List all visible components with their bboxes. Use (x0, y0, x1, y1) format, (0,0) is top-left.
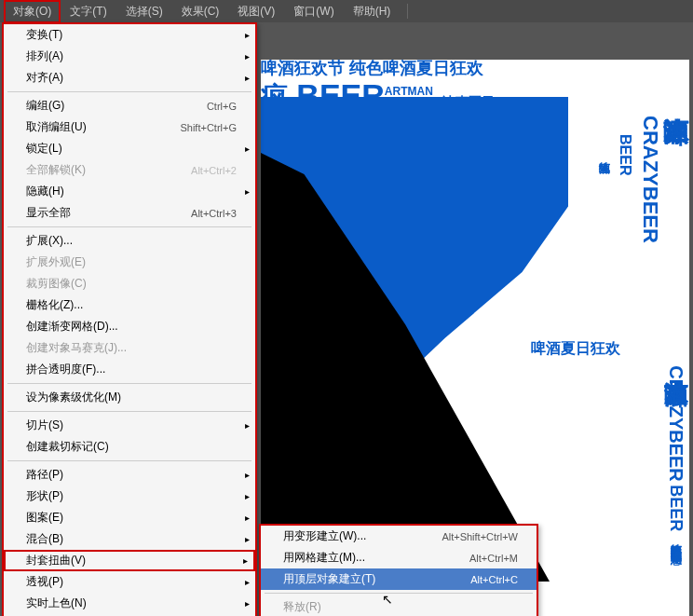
menu-blend[interactable]: 混合(B) (4, 528, 255, 550)
menu-path[interactable]: 路径(P) (4, 464, 255, 486)
separator (7, 383, 251, 384)
menu-lock[interactable]: 锁定(L) (4, 138, 255, 159)
menu-effect[interactable]: 效果(C) (172, 0, 229, 23)
menu-envelope-distort[interactable]: 封套扭曲(V) (4, 550, 255, 571)
submenu-release: 释放(R) (261, 596, 537, 616)
menu-slice[interactable]: 切片(S) (4, 415, 255, 436)
separator (407, 4, 408, 19)
vertical-text-3: BEER (617, 134, 633, 367)
menu-help[interactable]: 帮助(H) (344, 0, 401, 23)
separator (265, 593, 533, 594)
menu-transform[interactable]: 变换(T) (4, 24, 255, 46)
menu-trim-marks[interactable]: 创建裁切标记(C) (4, 436, 255, 458)
menu-view[interactable]: 视图(V) (228, 0, 284, 23)
menu-arrange[interactable]: 排列(A) (4, 46, 255, 67)
envelope-submenu: 用变形建立(W)...Alt+Shift+Ctrl+W 用网格建立(M)...A… (259, 524, 538, 616)
menu-flatten[interactable]: 拼合透明度(F)... (4, 359, 255, 380)
menu-window[interactable]: 窗口(W) (284, 0, 343, 23)
menu-ungroup[interactable]: 取消编组(U)Shift+Ctrl+G (4, 116, 255, 138)
menu-live-paint[interactable]: 实时上色(N) (4, 593, 255, 614)
vertical-text-1: 冰爽啤酒 (660, 97, 689, 376)
menu-crop-image: 裁剪图像(C) (4, 273, 255, 294)
separator (7, 91, 251, 92)
object-menu-dropdown: 变换(T) 排列(A) 对齐(A) 编组(G)Ctrl+G 取消编组(U)Shi… (2, 22, 257, 616)
menu-object[interactable]: 对象(O) (4, 0, 61, 23)
menubar: 对象(O) 文字(T) 选择(S) 效果(C) 视图(V) 窗口(W) 帮助(H… (0, 0, 693, 22)
menu-gradient-mesh[interactable]: 创建渐变网格(D)... (4, 316, 255, 337)
menu-hide[interactable]: 隐藏(H) (4, 181, 255, 202)
menu-expand[interactable]: 扩展(X)... (4, 230, 255, 252)
menu-shape[interactable]: 形状(P) (4, 486, 255, 507)
artwork-copy: 啤酒夏日狂欢 冰爽啤酒节 CRAZYBEER BEER 纯生啤酒 冰爽夏日 疯狂… (531, 339, 689, 616)
menu-pattern[interactable]: 图案(E) (4, 507, 255, 528)
separator (7, 411, 251, 412)
menu-mosaic: 创建对象马赛克(J)... (4, 337, 255, 359)
submenu-make-top-object[interactable]: 用顶层对象建立(T)Alt+Ctrl+C (261, 568, 537, 590)
separator (7, 226, 251, 227)
menu-pixel-perfect[interactable]: 设为像素级优化(M) (4, 387, 255, 408)
submenu-make-warp[interactable]: 用变形建立(W)...Alt+Shift+Ctrl+W (261, 526, 537, 547)
menu-text[interactable]: 文字(T) (61, 0, 116, 23)
separator (7, 460, 251, 461)
vertical-text-4: 纯生啤酒 (598, 153, 610, 358)
menu-select[interactable]: 选择(S) (116, 0, 172, 23)
menu-perspective[interactable]: 透视(P) (4, 571, 255, 593)
menu-group[interactable]: 编组(G)Ctrl+G (4, 95, 255, 116)
menu-unlock-all: 全部解锁(K)Alt+Ctrl+2 (4, 159, 255, 181)
menu-rasterize[interactable]: 栅格化(Z)... (4, 294, 255, 316)
menu-show-all[interactable]: 显示全部Alt+Ctrl+3 (4, 202, 255, 224)
menu-expand-appearance: 扩展外观(E) (4, 252, 255, 273)
menu-align[interactable]: 对齐(A) (4, 67, 255, 89)
submenu-make-mesh[interactable]: 用网格建立(M)...Alt+Ctrl+M (261, 547, 537, 568)
